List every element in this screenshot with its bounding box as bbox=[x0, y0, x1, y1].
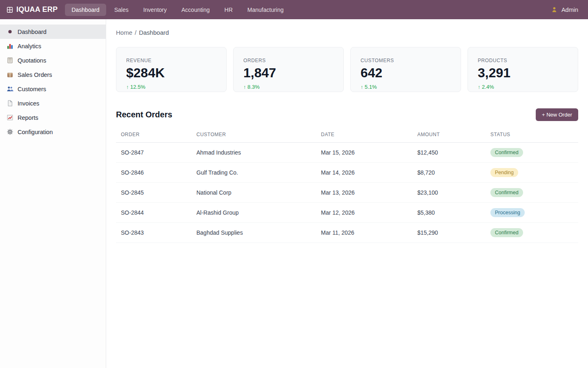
cell-customer: Baghdad Supplies bbox=[192, 223, 316, 243]
table-row[interactable]: SO-2843 Baghdad Supplies Mar 11, 2026 $1… bbox=[116, 223, 578, 243]
stat-value: $284K bbox=[126, 66, 216, 80]
stat-card-products: PRODUCTS 3,291 ↑ 2.4% bbox=[468, 47, 578, 92]
cell-amount: $23,100 bbox=[412, 183, 486, 203]
cell-amount: $5,380 bbox=[412, 203, 486, 223]
sidebar-item-dashboard[interactable]: Dashboard bbox=[0, 25, 106, 39]
sidebar-item-label: Analytics bbox=[18, 43, 41, 49]
cell-amount: $12,450 bbox=[412, 143, 486, 163]
cell-order: SO-2844 bbox=[116, 203, 192, 223]
sidebar-item-quotations[interactable]: Quotations bbox=[0, 53, 106, 67]
sidebar-item-sales-orders[interactable]: Sales Orders bbox=[0, 67, 106, 82]
breadcrumb: Home/Dashboard bbox=[116, 29, 578, 36]
stat-change: ↑ 5.1% bbox=[361, 84, 451, 90]
sidebar-item-label: Reports bbox=[18, 114, 38, 121]
cell-date: Mar 13, 2026 bbox=[316, 183, 412, 203]
breadcrumb-current: Dashboard bbox=[139, 29, 169, 36]
user-label: Admin bbox=[561, 7, 578, 13]
column-header-customer: CUSTOMER bbox=[192, 128, 316, 143]
status-badge: Pending bbox=[490, 168, 518, 177]
user-icon bbox=[551, 6, 558, 13]
column-header-status: STATUS bbox=[486, 128, 578, 143]
cell-customer: National Corp bbox=[192, 183, 316, 203]
cell-order: SO-2847 bbox=[116, 143, 192, 163]
cell-customer: Gulf Trading Co. bbox=[192, 163, 316, 183]
sidebar-item-customers[interactable]: Customers bbox=[0, 82, 106, 96]
navbar-item-hr[interactable]: HR bbox=[218, 4, 239, 16]
navbar-item-dashboard[interactable]: Dashboard bbox=[65, 4, 106, 16]
breadcrumb-home[interactable]: Home bbox=[116, 29, 132, 36]
cell-order: SO-2843 bbox=[116, 223, 192, 243]
table-header-row: ORDERCUSTOMERDATEAMOUNTSTATUS bbox=[116, 128, 578, 143]
stat-change: ↑ 8.3% bbox=[243, 84, 334, 90]
cell-status: Pending bbox=[486, 163, 578, 183]
sidebar-item-label: Invoices bbox=[18, 100, 39, 107]
orders-table: ORDERCUSTOMERDATEAMOUNTSTATUS SO-2847 Ah… bbox=[116, 128, 578, 243]
stat-change: ↑ 2.4% bbox=[478, 84, 568, 90]
cell-status: Confirmed bbox=[486, 223, 578, 243]
new-order-button[interactable]: + New Order bbox=[536, 108, 578, 121]
bar-chart-icon bbox=[7, 43, 13, 49]
stat-card-revenue: REVENUE $284K ↑ 12.5% bbox=[116, 47, 227, 92]
navbar-item-manufacturing[interactable]: Manufacturing bbox=[241, 4, 290, 16]
stat-card-orders: ORDERS 1,847 ↑ 8.3% bbox=[233, 47, 344, 92]
status-badge: Confirmed bbox=[490, 148, 523, 157]
cell-date: Mar 11, 2026 bbox=[316, 223, 412, 243]
cell-date: Mar 12, 2026 bbox=[316, 203, 412, 223]
sidebar-item-reports[interactable]: Reports bbox=[0, 110, 106, 125]
people-icon bbox=[7, 85, 13, 92]
column-header-date: DATE bbox=[316, 128, 412, 143]
status-badge: Confirmed bbox=[490, 188, 523, 197]
column-header-amount: AMOUNT bbox=[412, 128, 486, 143]
brand-name: IQUAA ERP bbox=[16, 5, 58, 14]
sidebar-item-invoices[interactable]: Invoices bbox=[0, 96, 106, 110]
sidebar-item-label: Dashboard bbox=[18, 29, 47, 35]
sidebar-item-configuration[interactable]: Configuration bbox=[0, 125, 106, 139]
cell-customer: Al-Rashid Group bbox=[192, 203, 316, 223]
navbar-item-inventory[interactable]: Inventory bbox=[137, 4, 174, 16]
top-navbar: IQUAA ERP DashboardSalesInventoryAccount… bbox=[0, 0, 588, 19]
cell-status: Confirmed bbox=[486, 143, 578, 163]
navbar-item-accounting[interactable]: Accounting bbox=[175, 4, 216, 16]
cell-order: SO-2846 bbox=[116, 163, 192, 183]
package-icon bbox=[7, 71, 13, 78]
navbar-item-sales[interactable]: Sales bbox=[108, 4, 135, 16]
cell-amount: $8,720 bbox=[412, 163, 486, 183]
table-row[interactable]: SO-2844 Al-Rashid Group Mar 12, 2026 $5,… bbox=[116, 203, 578, 223]
sidebar-item-analytics[interactable]: Analytics bbox=[0, 39, 106, 53]
cell-customer: Ahmad Industries bbox=[192, 143, 316, 163]
document-icon bbox=[7, 100, 13, 107]
line-chart-icon bbox=[7, 114, 13, 121]
table-row[interactable]: SO-2846 Gulf Trading Co. Mar 14, 2026 $8… bbox=[116, 163, 578, 183]
sidebar: Dashboard Analytics Quotations Sales Ord… bbox=[0, 19, 106, 368]
stat-label: ORDERS bbox=[243, 58, 334, 63]
sidebar-item-label: Quotations bbox=[18, 57, 46, 64]
cell-order: SO-2845 bbox=[116, 183, 192, 203]
table-row[interactable]: SO-2845 National Corp Mar 13, 2026 $23,1… bbox=[116, 183, 578, 203]
stat-value: 1,847 bbox=[243, 66, 334, 80]
stat-value: 3,291 bbox=[478, 66, 568, 80]
gear-icon bbox=[7, 128, 13, 135]
cell-status: Confirmed bbox=[486, 183, 578, 203]
sidebar-item-label: Customers bbox=[18, 86, 46, 92]
stat-label: CUSTOMERS bbox=[361, 58, 451, 63]
orders-table-body: SO-2847 Ahmad Industries Mar 15, 2026 $1… bbox=[116, 143, 578, 243]
column-header-order: ORDER bbox=[116, 128, 192, 143]
clipboard-icon bbox=[7, 57, 13, 64]
top-navigation: DashboardSalesInventoryAccountingHRManuf… bbox=[65, 4, 548, 16]
stat-change: ↑ 12.5% bbox=[126, 84, 216, 90]
stat-label: PRODUCTS bbox=[478, 58, 568, 63]
orders-section-header: Recent Orders + New Order bbox=[116, 108, 578, 121]
stat-card-customers: CUSTOMERS 642 ↑ 5.1% bbox=[350, 47, 461, 92]
cell-date: Mar 15, 2026 bbox=[316, 143, 412, 163]
breadcrumb-separator: / bbox=[135, 29, 136, 36]
status-badge: Processing bbox=[490, 208, 525, 217]
table-row[interactable]: SO-2847 Ahmad Industries Mar 15, 2026 $1… bbox=[116, 143, 578, 163]
sidebar-item-label: Sales Orders bbox=[18, 72, 52, 78]
dot-icon bbox=[7, 28, 13, 35]
stat-value: 642 bbox=[361, 66, 451, 80]
user-menu[interactable]: Admin bbox=[548, 4, 581, 15]
grid-icon bbox=[7, 7, 13, 13]
main-content: Home/Dashboard REVENUE $284K ↑ 12.5% ORD… bbox=[106, 19, 588, 368]
stat-label: REVENUE bbox=[126, 58, 216, 63]
app-logo[interactable]: IQUAA ERP bbox=[7, 5, 58, 14]
